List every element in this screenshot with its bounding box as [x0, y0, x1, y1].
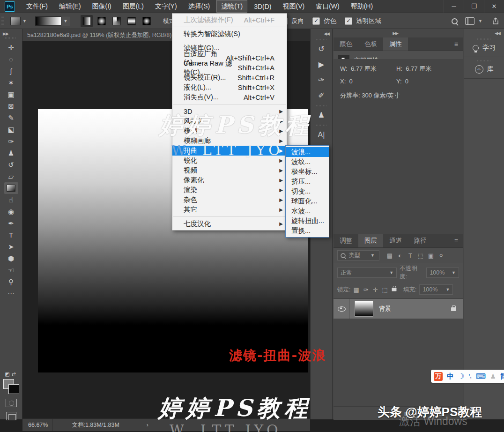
opacity-field[interactable]: 100%▼	[426, 268, 459, 278]
submenu-item-旋转扭曲...[interactable]: 旋转扭曲...	[286, 216, 329, 226]
path-select-tool[interactable]: ➤	[4, 241, 18, 253]
filter-type-icon[interactable]: T	[406, 252, 415, 259]
maximize-button[interactable]: ❐	[464, 0, 484, 13]
menubar-item[interactable]: 编辑(E)	[54, 0, 86, 13]
menu-item-转换为智能滤镜(S)[interactable]: 转换为智能滤镜(S)	[172, 29, 287, 39]
far-dock-chevron[interactable]: ◀◀	[464, 29, 504, 36]
menubar-item[interactable]: 视图(V)	[278, 0, 309, 13]
menu-item-液化(L)...[interactable]: 液化(L)...Shift+Ctrl+X	[172, 82, 287, 92]
menu-item-镜头校正(R)...[interactable]: 镜头校正(R)...Shift+Ctrl+R	[172, 73, 287, 82]
submenu-item-挤压...[interactable]: 挤压...	[286, 177, 329, 186]
healing-brush-tool[interactable]: ⬕	[4, 124, 18, 135]
workspace-switcher[interactable]: ▼	[465, 17, 484, 25]
layer-filter-select[interactable]: 类型 ▼	[337, 250, 379, 261]
menubar-item[interactable]: 滤镜(T)	[216, 0, 247, 13]
eyedropper-tool[interactable]: ✎	[4, 112, 18, 124]
frame-tool[interactable]: ⊠	[4, 100, 18, 112]
clone-source-panel-icon[interactable]: ♟	[313, 107, 330, 123]
swap-colors-icon[interactable]: ◩⇄	[0, 371, 22, 377]
menubar-item[interactable]: 帮助(H)	[346, 0, 378, 13]
menu-item-像素化[interactable]: 像素化▶	[172, 175, 287, 185]
gradient-picker-chevron[interactable]: ▼	[61, 16, 70, 26]
learn-panel-button[interactable]: 学习	[464, 36, 504, 57]
actions-panel-icon[interactable]: ▶	[313, 57, 330, 72]
panel-menu-icon[interactable]: ≡	[450, 37, 463, 51]
pen-tool[interactable]: ✒	[4, 217, 18, 229]
submenu-item-波纹...[interactable]: 波纹...	[286, 157, 329, 167]
reflected-gradient-button[interactable]	[126, 15, 138, 27]
ime-simplified-toggle[interactable]: 简	[500, 372, 504, 381]
keyboard-icon[interactable]: ⌨	[476, 372, 486, 380]
submenu-item-切变...[interactable]: 切变...	[286, 186, 329, 196]
close-button[interactable]: ✕	[484, 0, 504, 13]
menubar-item[interactable]: 选择(S)	[184, 0, 215, 13]
ime-logo-icon[interactable]: 万	[434, 372, 443, 381]
hand-tool[interactable]: ☜	[4, 264, 18, 276]
tab-色板[interactable]: 色板	[358, 37, 383, 51]
menu-item-其它[interactable]: 其它▶	[172, 205, 287, 215]
tool-preset-swatch[interactable]	[10, 17, 21, 25]
eraser-tool[interactable]: ▱	[4, 171, 18, 182]
moon-icon[interactable]: ☽	[458, 372, 464, 380]
menubar-item[interactable]: 3D(D)	[249, 0, 276, 13]
brushes-panel-icon[interactable]: ✐	[313, 88, 330, 103]
document-tab[interactable]: 5a1282180e6a9.psd @ 119% (版权禁止叠加图, RGB/8…	[22, 29, 178, 41]
menu-item-视频[interactable]: 视频▶	[172, 165, 287, 175]
dock-collapse-chevron[interactable]: ◀◀	[311, 29, 332, 37]
gradient-preview[interactable]	[35, 16, 61, 26]
menu-item-杂色[interactable]: 杂色▶	[172, 195, 287, 205]
dither-checkbox[interactable]: ✓	[312, 17, 320, 25]
dodge-tool[interactable]: ◉	[4, 206, 18, 217]
filter-adjustment-icon[interactable]: ◐	[396, 252, 404, 259]
menu-item-Camera Raw 滤镜(C)...[interactable]: Camera Raw 滤镜(C)...Shift+Ctrl+A	[172, 63, 287, 73]
menu-item-模糊[interactable]: 模糊▶	[172, 126, 287, 136]
zoom-tool[interactable]: ⚲	[4, 276, 18, 288]
smudge-tool[interactable]: ☝	[4, 194, 18, 206]
move-tool[interactable]: ✛	[4, 42, 18, 53]
lock-paint-icon[interactable]: ✑	[363, 286, 369, 293]
layer-thumbnail[interactable]	[355, 301, 373, 317]
more-tools[interactable]: ⋯	[4, 288, 18, 299]
ime-user-icon[interactable]: ♟	[490, 372, 496, 380]
status-options-chevron[interactable]: ›	[147, 422, 148, 428]
menu-item-渲染[interactable]: 渲染▶	[172, 185, 287, 195]
lasso-tool[interactable]: ʃ	[4, 65, 18, 77]
history-panel-icon[interactable]: ↺	[313, 41, 330, 57]
panel-dock-chevron[interactable]: ▶▶	[333, 29, 464, 37]
tab-属性[interactable]: 属性	[383, 37, 408, 51]
submenu-item-水波...[interactable]: 水波...	[286, 206, 329, 216]
menu-item-消失点(V)...[interactable]: 消失点(V)...Alt+Ctrl+V	[172, 92, 287, 102]
tab-颜色[interactable]: 颜色	[334, 37, 358, 51]
layer-row-background[interactable]: 背景	[334, 298, 463, 319]
tab-图层[interactable]: 图层	[358, 234, 383, 247]
fill-field[interactable]: 100%▼	[419, 284, 453, 295]
layer-visibility-toggle[interactable]	[334, 299, 350, 319]
submenu-item-极坐标...[interactable]: 极坐标...	[286, 167, 329, 177]
transparency-checkbox[interactable]: ✓	[345, 17, 352, 25]
quick-mask-button[interactable]	[6, 399, 17, 407]
zoom-level-field[interactable]: 66.67%	[22, 419, 53, 431]
screen-mode-button[interactable]	[6, 412, 16, 420]
libraries-panel-button[interactable]: ∞库	[464, 57, 504, 79]
dock-expand-chevron[interactable]: ▶▶	[0, 29, 22, 37]
lock-transparency-icon[interactable]: ▦	[353, 286, 359, 293]
lock-artboard-icon[interactable]: ⬚	[382, 286, 388, 293]
filter-pin-icon[interactable]: ⚪	[437, 252, 445, 259]
clone-stamp-tool[interactable]: ♟	[4, 147, 18, 159]
background-color-swatch[interactable]	[8, 384, 19, 394]
menu-item-七度汉化[interactable]: 七度汉化▶	[172, 219, 287, 229]
menubar-item[interactable]: 文字(Y)	[150, 0, 182, 13]
magic-wand-tool[interactable]: ✶	[4, 77, 18, 89]
tab-调整[interactable]: 调整	[334, 234, 358, 247]
menubar-item[interactable]: 窗口(W)	[311, 0, 344, 13]
gradient-tool[interactable]	[4, 182, 18, 194]
filter-smart-object-icon[interactable]: ▣	[427, 252, 435, 259]
minimize-button[interactable]: ─	[444, 0, 464, 13]
tab-路径[interactable]: 路径	[408, 234, 433, 247]
marquee-tool[interactable]: ◌	[4, 53, 18, 65]
submenu-item-球面化...[interactable]: 球面化...	[286, 196, 329, 206]
diamond-gradient-button[interactable]	[141, 15, 153, 27]
ime-punctuation-icon[interactable]: ’,	[468, 373, 471, 379]
chevron-down-icon[interactable]: ▼	[22, 19, 27, 23]
layer-name[interactable]: 背景	[379, 305, 391, 313]
